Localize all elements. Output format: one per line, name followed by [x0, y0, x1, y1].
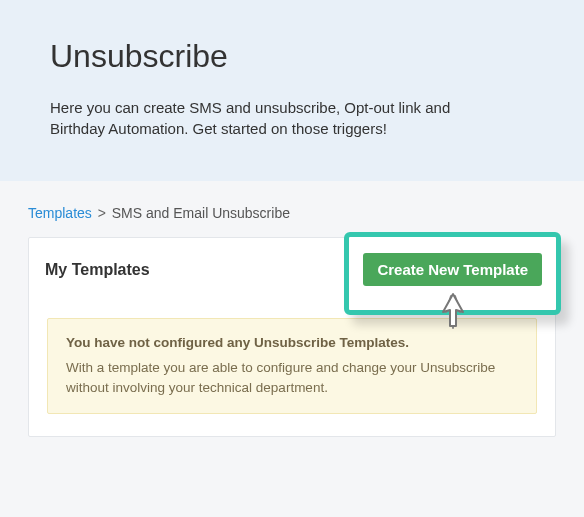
- breadcrumb-separator: >: [98, 205, 106, 221]
- page-description: Here you can create SMS and unsubscribe,…: [50, 97, 470, 139]
- cursor-arrow-icon: [437, 290, 469, 334]
- breadcrumb-current: SMS and Email Unsubscribe: [112, 205, 290, 221]
- page-title: Unsubscribe: [50, 38, 534, 75]
- create-new-template-button[interactable]: Create New Template: [363, 253, 542, 286]
- card-heading: My Templates: [45, 261, 150, 279]
- alert-body: With a template you are able to configur…: [66, 358, 518, 397]
- templates-card: My Templates Create New Template You hav…: [28, 237, 556, 437]
- card-body: You have not configured any Unsubscribe …: [29, 300, 555, 436]
- breadcrumb: Templates > SMS and Email Unsubscribe: [28, 205, 556, 221]
- hero-banner: Unsubscribe Here you can create SMS and …: [0, 0, 584, 181]
- alert-title: You have not configured any Unsubscribe …: [66, 335, 518, 350]
- main-content: Templates > SMS and Email Unsubscribe My…: [0, 181, 584, 461]
- tutorial-highlight: Create New Template: [344, 232, 561, 315]
- breadcrumb-root-link[interactable]: Templates: [28, 205, 92, 221]
